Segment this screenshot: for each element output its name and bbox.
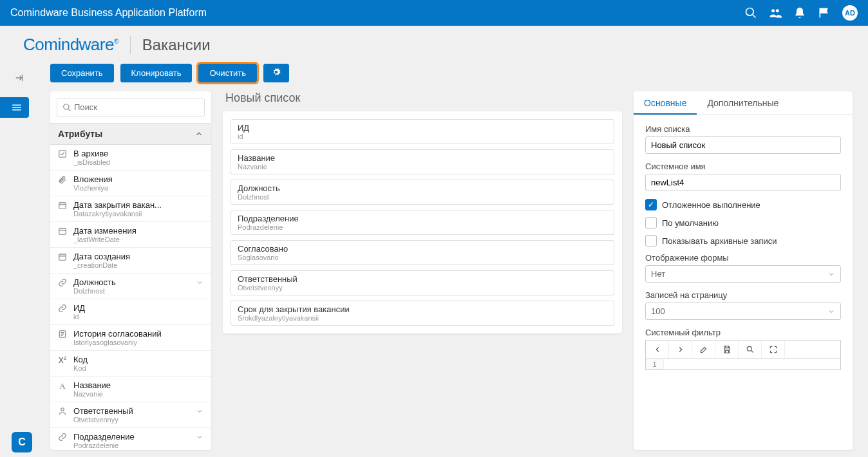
attribute-item[interactable]: ПодразделениеPodrazdelenie — [50, 428, 211, 450]
attribute-search[interactable] — [57, 98, 205, 117]
attribute-item[interactable]: ИДid — [50, 299, 211, 325]
attr-type-icon — [57, 303, 68, 313]
filter-search-button[interactable] — [739, 340, 762, 359]
attr-system-name: Dolzhnost — [73, 287, 191, 295]
clone-button[interactable]: Клонировать — [120, 64, 193, 82]
field-item[interactable]: ДолжностьDolzhnost — [231, 180, 614, 205]
clear-button[interactable]: Очистить — [198, 64, 257, 82]
show-archive-label: Показывать архивные записи — [662, 236, 777, 246]
avatar[interactable]: AD — [842, 5, 858, 21]
attr-type-icon — [57, 406, 68, 416]
show-archive-checkbox[interactable] — [645, 235, 657, 247]
attr-system-name: Datazakrytiyavakansii — [73, 210, 205, 218]
sys-name-input[interactable] — [645, 174, 841, 191]
flag-icon[interactable] — [818, 6, 831, 19]
field-system-name: Podrazdelenie — [238, 223, 607, 231]
settings-button[interactable] — [263, 64, 289, 82]
list-name-input[interactable] — [645, 136, 841, 154]
attributes-header[interactable]: Атрибуты — [50, 123, 211, 145]
attribute-item[interactable]: ВложенияVlozheniya — [50, 171, 211, 196]
field-label: Подразделение — [238, 214, 607, 223]
collapse-rail-button[interactable] — [6, 68, 32, 88]
chevron-down-icon — [827, 270, 835, 278]
attr-system-name: Vlozheniya — [73, 184, 205, 192]
field-label: Название — [238, 153, 607, 163]
filter-edit-button[interactable] — [692, 340, 715, 359]
field-system-name: Otvetstvennyy — [238, 284, 607, 292]
tab-main[interactable]: Основные — [634, 91, 697, 115]
attr-label: В архиве — [73, 149, 205, 158]
attr-system-name: id — [73, 313, 205, 321]
attr-label: Название — [73, 380, 205, 390]
attr-system-name: Istoriyasoglasovaniy — [73, 339, 205, 346]
rail-logo-badge[interactable]: C — [12, 432, 32, 452]
field-system-name: Soglasovano — [238, 254, 607, 261]
deferred-label: Отложенное выполнение — [662, 200, 760, 210]
people-icon[interactable] — [769, 6, 782, 19]
search-input[interactable] — [71, 101, 199, 113]
attr-system-name: _isDisabled — [73, 158, 205, 166]
field-system-name: Nazvanie — [238, 163, 607, 171]
attribute-item[interactable]: X2КодKod — [50, 351, 211, 377]
field-item[interactable]: НазваниеNazvanie — [231, 149, 614, 174]
per-page-select[interactable]: 100 — [645, 303, 841, 320]
attributes-panel: Атрибуты В архиве_isDisabledВложенияVloz… — [50, 91, 211, 450]
filter-editor[interactable]: 1 — [645, 359, 841, 370]
chevron-down-icon — [196, 406, 205, 417]
field-label: Должность — [238, 183, 607, 193]
attr-label: Дата закрытия вакан... — [73, 200, 205, 210]
attribute-item[interactable]: Дата изменения_lastWriteDate — [50, 222, 211, 248]
attr-label: История согласований — [73, 329, 205, 339]
svg-rect-2 — [59, 228, 66, 234]
tab-extra[interactable]: Дополнительные — [697, 91, 789, 115]
field-list: ИДidНазваниеNazvanieДолжностьDolzhnostПо… — [223, 111, 622, 333]
attribute-item[interactable]: AНазваниеNazvanie — [50, 377, 211, 402]
attribute-item[interactable]: ОтветственныйOtvetstvennyy — [50, 402, 211, 428]
topbar: Comindware Business Application Platform… — [0, 0, 868, 26]
per-page-value: 100 — [651, 306, 665, 316]
default-label: По умолчанию — [662, 218, 719, 228]
attr-type-icon — [57, 200, 68, 210]
field-label: Ответственный — [238, 274, 607, 284]
attribute-item[interactable]: Дата создания_creationDate — [50, 248, 211, 274]
bell-icon[interactable] — [793, 6, 806, 19]
field-label: Согласовано — [238, 244, 607, 254]
list-title: Новый список — [225, 91, 622, 105]
filter-save-button[interactable] — [715, 340, 739, 359]
svg-point-5 — [61, 408, 64, 411]
save-button[interactable]: Сохранить — [50, 64, 114, 82]
attr-label: Должность — [73, 277, 191, 287]
attribute-item[interactable]: В архиве_isDisabled — [50, 145, 211, 171]
deferred-checkbox[interactable] — [645, 199, 657, 210]
attr-type-icon — [57, 252, 68, 261]
field-system-name: Dolzhnost — [238, 193, 607, 201]
field-item[interactable]: Срок для закрытия вакансииSrokdlyazakryt… — [231, 301, 614, 326]
attribute-item[interactable]: ДолжностьDolzhnost — [50, 274, 211, 299]
attribute-item[interactable]: История согласованийIstoriyasoglasovaniy — [50, 325, 211, 351]
field-item[interactable]: СогласованоSoglasovano — [231, 240, 614, 265]
chevron-down-icon — [827, 308, 835, 315]
tabs: Основные Дополнительные — [634, 91, 853, 115]
attr-type-icon — [57, 329, 68, 339]
menu-rail-button[interactable] — [0, 97, 29, 118]
attr-system-name: Nazvanie — [73, 390, 205, 398]
form-display-select[interactable]: Нет — [645, 265, 841, 283]
default-checkbox[interactable] — [645, 217, 657, 228]
search-icon[interactable] — [744, 6, 757, 19]
svg-rect-3 — [59, 254, 66, 260]
field-label: Срок для закрытия вакансии — [238, 304, 607, 314]
field-system-name: id — [238, 133, 607, 140]
filter-forward-button[interactable] — [669, 340, 692, 359]
filter-fullscreen-button[interactable] — [762, 340, 785, 359]
attributes-list: В архиве_isDisabledВложенияVlozheniyaДат… — [50, 145, 211, 450]
attribute-item[interactable]: Дата закрытия вакан...Datazakrytiyavakan… — [50, 196, 211, 222]
field-item[interactable]: ОтветственныйOtvetstvennyy — [231, 270, 614, 295]
attr-label: Вложения — [73, 174, 205, 184]
attr-type-icon: A — [57, 380, 68, 391]
filter-back-button[interactable] — [646, 340, 669, 359]
sys-name-label: Системное имя — [645, 162, 841, 171]
form-display-value: Нет — [651, 269, 665, 279]
field-item[interactable]: ПодразделениеPodrazdelenie — [231, 210, 614, 235]
field-label: ИД — [238, 123, 607, 133]
field-item[interactable]: ИДid — [231, 119, 614, 144]
